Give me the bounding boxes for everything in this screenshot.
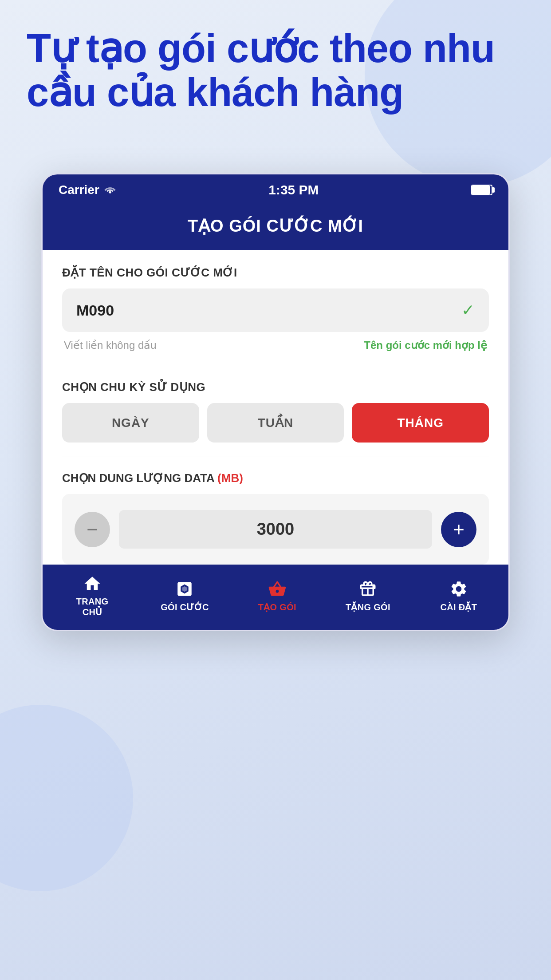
nav-item-gift[interactable]: TẶNG GÓI: [346, 580, 390, 612]
data-label: CHỌN DUNG LƯỢNG DATA (MB): [62, 471, 489, 485]
hint-row: Viết liền không dấu Tên gói cước mới hợp…: [62, 339, 489, 352]
phone-mockup: Carrier 1:35 PM TẠO GÓI CƯỚC MỚI ĐẶT TÊN…: [41, 173, 510, 631]
cycle-label: CHỌN CHU KỲ SỬ DỤNG: [62, 380, 489, 394]
status-bar: Carrier 1:35 PM: [43, 174, 508, 204]
valid-text: Tên gói cước mới hợp lệ: [364, 339, 487, 352]
bottom-nav: TRANGCHỦ GÓI CƯỚC TẠO GÓI TẶNG GÓ: [43, 565, 508, 630]
name-value: M090: [76, 302, 114, 319]
status-time: 1:35 PM: [268, 182, 319, 198]
carrier-text: Carrier: [59, 183, 116, 197]
hero-section: Tự tạo gói cước theo nhu cầu của khách h…: [27, 27, 524, 115]
stepper-value-box: 3000: [119, 510, 432, 549]
nav-item-home[interactable]: TRANGCHỦ: [70, 574, 114, 617]
nav-label-gift: TẶNG GÓI: [346, 602, 390, 612]
nav-item-packages[interactable]: GÓI CƯỚC: [161, 580, 209, 612]
stepper-value: 3000: [257, 520, 295, 538]
cycle-btn-ngay[interactable]: NGÀY: [62, 403, 199, 443]
battery-icon: [471, 185, 492, 195]
valid-checkmark-icon: ✓: [461, 301, 475, 320]
cycle-btn-tuan[interactable]: TUẦN: [207, 403, 344, 443]
gift-icon: [358, 580, 377, 598]
nav-label-create: TẠO GÓI: [258, 602, 296, 612]
cycle-buttons-group: NGÀY TUẦN THÁNG: [62, 403, 489, 443]
home-icon: [83, 574, 102, 593]
data-section: CHỌN DUNG LƯỢNG DATA (MB) − 3000 +: [62, 471, 489, 565]
cycle-section: CHỌN CHU KỲ SỬ DỤNG NGÀY TUẦN THÁNG: [62, 380, 489, 443]
divider-1: [62, 366, 489, 366]
app-header: TẠO GÓI CƯỚC MỚI: [43, 204, 508, 250]
app-body: ĐẶT TÊN CHO GÓI CƯỚC MỚI M090 ✓ Viết liề…: [43, 250, 508, 565]
name-section: ĐẶT TÊN CHO GÓI CƯỚC MỚI M090 ✓ Viết liề…: [62, 266, 489, 352]
name-input-box[interactable]: M090 ✓: [62, 288, 489, 332]
hint-text: Viết liền không dấu: [64, 339, 157, 352]
nav-label-packages: GÓI CƯỚC: [161, 602, 209, 612]
phone-frame: Carrier 1:35 PM TẠO GÓI CƯỚC MỚI ĐẶT TÊN…: [41, 173, 510, 631]
plus-button[interactable]: +: [441, 512, 476, 547]
bg-decoration-bottom: [0, 705, 133, 891]
data-unit: (MB): [217, 471, 243, 485]
hero-title: Tự tạo gói cước theo nhu cầu của khách h…: [27, 27, 524, 115]
nav-label-settings: CÀI ĐẶT: [441, 602, 477, 612]
settings-icon: [449, 580, 468, 598]
divider-2: [62, 457, 489, 457]
cycle-btn-thang[interactable]: THÁNG: [352, 403, 489, 443]
nav-item-settings[interactable]: CÀI ĐẶT: [437, 580, 481, 612]
app-header-title: TẠO GÓI CƯỚC MỚI: [51, 216, 500, 236]
create-icon: [268, 580, 287, 598]
minus-button[interactable]: −: [75, 512, 110, 547]
name-label: ĐẶT TÊN CHO GÓI CƯỚC MỚI: [62, 266, 489, 280]
data-stepper-box: − 3000 +: [62, 494, 489, 565]
wifi-icon: [104, 186, 116, 194]
nav-item-create[interactable]: TẠO GÓI: [255, 580, 299, 612]
nav-label-home: TRANGCHỦ: [76, 597, 109, 617]
packages-icon: [175, 580, 194, 598]
